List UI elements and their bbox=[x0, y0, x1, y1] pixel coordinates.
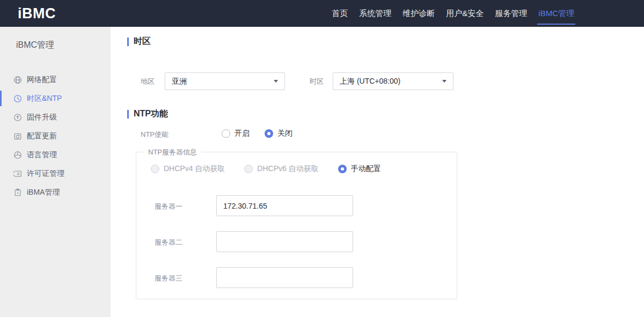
license-icon bbox=[13, 169, 22, 178]
radio-checked-icon[interactable] bbox=[338, 165, 347, 173]
ntp-enable-on-option[interactable]: 开启 bbox=[222, 129, 250, 138]
server-two-input[interactable] bbox=[216, 231, 353, 252]
main-content: 时区 地区 亚洲 时区 上海 (UTC+08:00) NTP功能 NTP使能 开… bbox=[111, 27, 644, 317]
region-select-value: 亚洲 bbox=[172, 77, 187, 86]
chevron-down-icon bbox=[274, 80, 278, 83]
sidebar-item-label: 许可证管理 bbox=[27, 169, 64, 179]
nav-home[interactable]: 首页 bbox=[331, 0, 349, 27]
server-one-input[interactable] bbox=[216, 195, 353, 216]
ntp-server-mode-radio-group: DHCPv4 自动获取 DHCPv6 自动获取 手动配置 bbox=[151, 164, 381, 174]
dhcpv4-auto-option[interactable]: DHCPv4 自动获取 bbox=[151, 164, 225, 174]
chevron-down-icon bbox=[442, 80, 447, 83]
sidebar-item-label: iBMA管理 bbox=[27, 188, 60, 197]
sidebar-item-label: 配置更新 bbox=[27, 131, 57, 141]
server-three-label: 服务器三 bbox=[155, 274, 182, 283]
timezone-select-value: 上海 (UTC+08:00) bbox=[340, 77, 400, 86]
server-row: 服务器二 bbox=[136, 231, 457, 252]
ntp-enable-radio-group: 开启 关闭 bbox=[222, 129, 292, 138]
language-icon bbox=[13, 151, 22, 159]
region-select[interactable]: 亚洲 bbox=[165, 72, 285, 90]
sidebar-item-label: 时区&NTP bbox=[27, 94, 62, 104]
server-one-label: 服务器一 bbox=[155, 202, 182, 211]
timezone-label: 时区 bbox=[310, 77, 324, 86]
sidebar-title: iBMC管理 bbox=[0, 27, 111, 51]
nav-users-security[interactable]: 用户&安全 bbox=[445, 0, 485, 27]
timezone-clock-icon bbox=[13, 94, 22, 103]
sidebar-item-label: 固件升级 bbox=[27, 113, 57, 122]
sidebar-item-config-update[interactable]: 配置更新 bbox=[0, 127, 111, 145]
ibmc-logo: iBMC bbox=[18, 5, 56, 22]
section-accent-bar bbox=[127, 38, 129, 46]
sidebar-item-language-management[interactable]: 语言管理 bbox=[0, 145, 111, 164]
top-navigation: 首页 系统管理 维护诊断 用户&安全 服务管理 iBMC管理 bbox=[331, 0, 575, 27]
config-update-icon bbox=[13, 132, 22, 141]
sidebar: iBMC管理 网络配置 时区&NTP bbox=[0, 27, 111, 317]
nav-service-management[interactable]: 服务管理 bbox=[494, 0, 528, 27]
ntp-server-info-legend: NTP服务器信息 bbox=[144, 148, 201, 157]
nav-maintenance-diagnostics[interactable]: 维护诊断 bbox=[401, 0, 436, 27]
section-accent-bar bbox=[127, 110, 129, 119]
nav-system-management[interactable]: 系统管理 bbox=[358, 0, 392, 27]
timezone-select[interactable]: 上海 (UTC+08:00) bbox=[333, 72, 453, 90]
sidebar-item-ibma-management[interactable]: iBMA管理 bbox=[0, 183, 111, 202]
radio-checked-icon[interactable] bbox=[265, 129, 273, 138]
ntp-enable-label: NTP使能 bbox=[141, 130, 169, 139]
sidebar-item-timezone-ntp[interactable]: 时区&NTP bbox=[0, 89, 111, 108]
sidebar-item-firmware-upgrade[interactable]: 固件升级 bbox=[0, 108, 111, 127]
sidebar-item-license-management[interactable]: 许可证管理 bbox=[0, 164, 111, 183]
radio-disabled-icon[interactable] bbox=[151, 165, 159, 173]
sidebar-menu: 网络配置 时区&NTP 固件升级 bbox=[0, 70, 111, 202]
app-header: iBMC 首页 系统管理 维护诊断 用户&安全 服务管理 iBMC管理 bbox=[0, 0, 644, 27]
server-row: 服务器一 bbox=[136, 195, 457, 216]
sidebar-item-label: 网络配置 bbox=[27, 75, 57, 85]
manual-config-option[interactable]: 手动配置 bbox=[338, 164, 381, 174]
radio-unchecked-icon[interactable] bbox=[222, 129, 230, 138]
server-row: 服务器三 bbox=[136, 267, 457, 288]
timezone-section-title: 时区 bbox=[127, 36, 151, 47]
ntp-section-title: NTP功能 bbox=[127, 108, 168, 120]
dhcpv6-auto-option[interactable]: DHCPv6 自动获取 bbox=[244, 164, 318, 174]
server-three-input[interactable] bbox=[216, 267, 353, 288]
ntp-server-info-group: NTP服务器信息 DHCPv4 自动获取 DHCPv6 自动获取 手动配置 服务… bbox=[136, 152, 457, 299]
region-label: 地区 bbox=[141, 77, 155, 86]
nav-ibmc-management[interactable]: iBMC管理 bbox=[537, 0, 575, 27]
ntp-enable-off-option[interactable]: 关闭 bbox=[265, 129, 292, 138]
ibma-clipboard-icon bbox=[13, 188, 22, 197]
network-globe-icon bbox=[13, 76, 22, 84]
server-two-label: 服务器二 bbox=[155, 238, 182, 247]
radio-disabled-icon[interactable] bbox=[244, 165, 253, 173]
sidebar-item-label: 语言管理 bbox=[27, 150, 57, 160]
firmware-upgrade-icon bbox=[13, 113, 22, 122]
sidebar-item-network-config[interactable]: 网络配置 bbox=[0, 70, 111, 89]
